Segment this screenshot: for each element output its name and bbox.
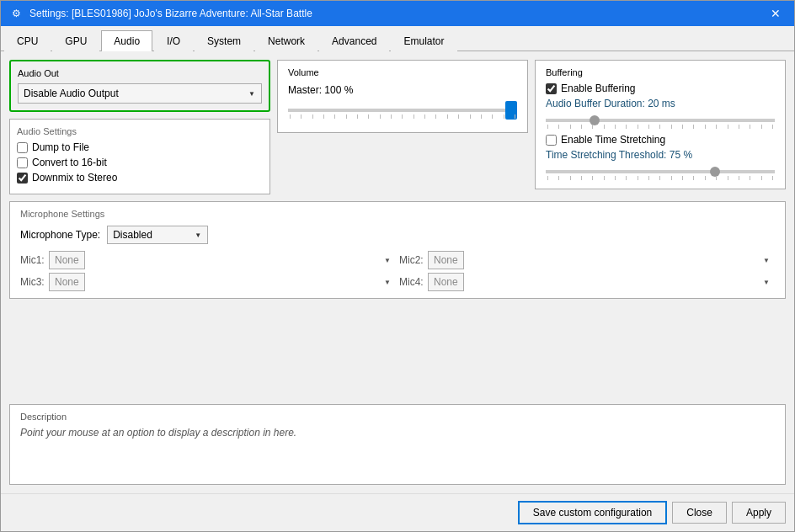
audio-out-dropdown-wrapper: Disable Audio Output XAudio2 OpenAL Null xyxy=(18,83,262,104)
left-panel: Audio Out Disable Audio Output XAudio2 O… xyxy=(9,60,270,194)
tick xyxy=(761,176,762,180)
microphone-label: Microphone Settings xyxy=(20,209,775,219)
dump-to-file-label: Dump to File xyxy=(32,141,89,153)
downmix-to-stereo-checkbox[interactable] xyxy=(17,173,28,184)
buffer-duration-slider-container xyxy=(546,113,775,129)
tick xyxy=(638,125,638,129)
mic3-select[interactable]: None xyxy=(49,273,85,291)
mic-type-label: Microphone Type: xyxy=(20,229,100,241)
mic-type-dropdown[interactable]: Disabled Standard SingStar Real SingStar… xyxy=(107,226,208,244)
mic3-label: Mic3: xyxy=(20,276,45,288)
mic2-row: Mic2: None xyxy=(399,251,775,269)
main-window: ⚙ Settings: [BLES01986] JoJo's Bizarre A… xyxy=(0,0,795,532)
enable-stretch-checkbox[interactable] xyxy=(546,135,557,146)
tick xyxy=(604,125,605,129)
content-area: Audio Out Disable Audio Output XAudio2 O… xyxy=(1,51,794,493)
mic1-select[interactable]: None xyxy=(49,251,85,269)
tick xyxy=(458,114,459,119)
tab-io[interactable]: I/O xyxy=(154,30,193,51)
tick xyxy=(693,125,694,129)
tab-network[interactable]: Network xyxy=(255,30,317,51)
buffer-duration-label: Audio Buffer Duration: 20 ms xyxy=(546,98,775,109)
tick xyxy=(290,114,291,119)
tick xyxy=(716,176,717,180)
tick xyxy=(334,114,335,119)
tab-gpu[interactable]: GPU xyxy=(52,30,99,51)
mic2-select[interactable]: None xyxy=(428,251,464,269)
tick xyxy=(739,125,739,129)
tick xyxy=(357,114,358,119)
main-area: Audio Out Disable Audio Output XAudio2 O… xyxy=(9,60,786,485)
tick xyxy=(648,125,649,129)
audio-out-dropdown[interactable]: Disable Audio Output XAudio2 OpenAL Null xyxy=(18,83,262,104)
tab-bar: CPU GPU Audio I/O System Network Advance… xyxy=(1,26,794,51)
save-custom-button[interactable]: Save custom configuration xyxy=(518,501,667,524)
threshold-slider-container xyxy=(546,164,775,180)
mic4-row: Mic4: None xyxy=(399,273,775,291)
dump-to-file-row: Dump to File xyxy=(17,141,263,153)
convert-to-16bit-label: Convert to 16-bit xyxy=(32,157,107,168)
tab-emulator[interactable]: Emulator xyxy=(391,30,456,51)
tick xyxy=(648,176,649,180)
content-spacer xyxy=(9,306,786,397)
tick xyxy=(739,176,739,180)
downmix-to-stereo-row: Downmix to Stereo xyxy=(17,172,263,184)
description-text: Point your mouse at an option to display… xyxy=(20,427,296,439)
tick xyxy=(772,125,773,129)
tick xyxy=(402,114,403,119)
mic-type-dropdown-wrapper: Disabled Standard SingStar Real SingStar… xyxy=(107,226,208,244)
tick xyxy=(424,114,425,119)
tick xyxy=(671,125,672,129)
buffer-duration-slider[interactable] xyxy=(546,119,775,122)
threshold-slider[interactable] xyxy=(546,170,775,173)
audio-out-box: Audio Out Disable Audio Output XAudio2 O… xyxy=(9,60,270,112)
tab-advanced[interactable]: Advanced xyxy=(319,30,389,51)
title-bar: ⚙ Settings: [BLES01986] JoJo's Bizarre A… xyxy=(1,1,794,26)
mic2-label: Mic2: xyxy=(399,254,424,266)
description-content: Point your mouse at an option to display… xyxy=(20,427,775,477)
tick xyxy=(380,114,381,119)
enable-buffering-row: Enable Buffering xyxy=(546,82,775,94)
tick xyxy=(323,114,324,119)
enable-buffering-checkbox[interactable] xyxy=(546,83,557,94)
tick xyxy=(481,114,482,119)
volume-box: Volume Master: 100 % xyxy=(277,60,528,133)
tick xyxy=(671,176,672,180)
tick xyxy=(391,114,392,119)
tick xyxy=(492,114,493,119)
mic4-select[interactable]: None xyxy=(428,273,464,291)
buffering-box: Buffering Enable Buffering Audio Buffer … xyxy=(535,60,786,189)
tick xyxy=(750,176,750,180)
downmix-to-stereo-label: Downmix to Stereo xyxy=(32,172,117,184)
tick xyxy=(470,114,471,119)
enable-stretch-row: Enable Time Stretching xyxy=(546,134,775,146)
tick xyxy=(728,176,728,180)
apply-button[interactable]: Apply xyxy=(732,502,786,524)
tick xyxy=(581,176,582,180)
audio-settings-label: Audio Settings xyxy=(17,126,263,136)
tick xyxy=(761,125,762,129)
convert-to-16bit-checkbox[interactable] xyxy=(17,157,28,168)
tick xyxy=(772,176,773,180)
tick xyxy=(716,125,717,129)
mic4-select-wrapper: None xyxy=(428,273,775,291)
tick xyxy=(659,176,660,180)
enable-buffering-label: Enable Buffering xyxy=(561,82,636,94)
tick xyxy=(581,125,582,129)
tick xyxy=(504,114,504,119)
close-button[interactable]: ✕ xyxy=(766,3,786,24)
tick xyxy=(447,114,448,119)
mic1-label: Mic1: xyxy=(20,254,45,266)
tick xyxy=(570,176,571,180)
tick xyxy=(570,125,571,129)
volume-slider[interactable] xyxy=(288,109,517,112)
tick xyxy=(626,125,627,129)
dump-to-file-checkbox[interactable] xyxy=(17,142,28,153)
close-button-footer[interactable]: Close xyxy=(672,502,727,524)
audio-out-label: Audio Out xyxy=(18,68,262,78)
tick xyxy=(435,114,436,119)
tab-system[interactable]: System xyxy=(195,30,253,51)
tick xyxy=(705,176,706,180)
tab-audio[interactable]: Audio xyxy=(101,30,152,51)
tab-cpu[interactable]: CPU xyxy=(4,30,51,51)
